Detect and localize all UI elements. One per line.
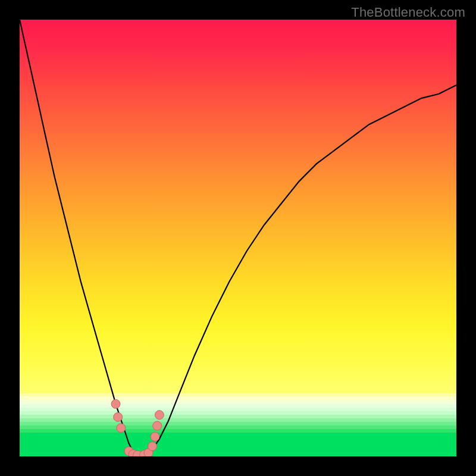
gradient-bands [20, 393, 456, 456]
background-gradient [20, 20, 456, 456]
plot-area [20, 20, 456, 456]
watermark-text: TheBottleneck.com [351, 5, 465, 20]
gradient-warm [20, 20, 456, 393]
chart-frame: TheBottleneck.com [0, 0, 476, 476]
band [20, 433, 456, 456]
